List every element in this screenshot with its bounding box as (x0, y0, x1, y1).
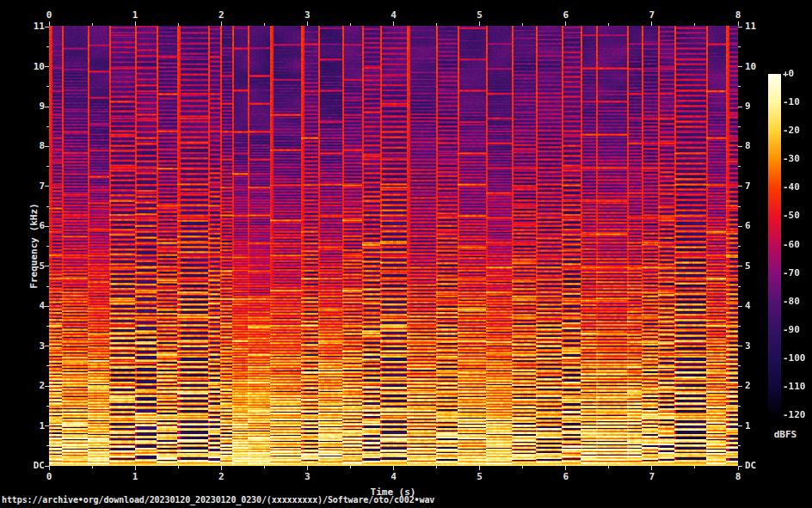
freq-tick-label-left: 5 (19, 261, 45, 272)
freq-tick-left (45, 146, 49, 147)
freq-minortick-left (46, 326, 49, 327)
colorbar-tick-label: -50 (783, 211, 812, 221)
time-minortick-bottom (522, 466, 523, 468)
freq-tick-label-right: 4 (745, 301, 771, 311)
time-minortick-top (436, 23, 437, 26)
y-axis-title: Frequency (kHz) (28, 203, 40, 288)
freq-tick-left (45, 107, 49, 107)
colorbar-title: dBFS (767, 429, 803, 440)
freq-minortick-left (46, 246, 49, 247)
time-tick-label-bottom: 1 (122, 472, 148, 482)
freq-tick-label-left: 10 (19, 62, 45, 72)
freq-minortick-left (46, 166, 49, 167)
freq-tick-right (738, 425, 742, 426)
freq-tick-label-right: 5 (745, 261, 771, 272)
freq-minortick-right (738, 206, 741, 207)
time-tick-bottom (393, 466, 394, 470)
time-tick-bottom (565, 466, 566, 470)
time-tick-label-bottom: 7 (639, 472, 665, 482)
spectrogram-heatmap (49, 26, 738, 466)
time-minortick-bottom (92, 466, 93, 468)
time-tick-top (479, 21, 480, 26)
freq-tick-label-left: 4 (19, 301, 45, 311)
freq-minortick-left (46, 406, 49, 407)
freq-tick-right (738, 27, 742, 28)
colorbar-tick-label: +0 (783, 69, 812, 79)
colorbar (768, 74, 781, 415)
time-tick-label-top: 3 (294, 10, 320, 21)
freq-tick-label-left: DC (19, 461, 45, 471)
time-tick-bottom (221, 466, 222, 470)
colorbar-tick-label: -70 (783, 268, 812, 278)
time-minortick-top (92, 23, 93, 26)
freq-tick-label-right: 11 (745, 21, 771, 32)
time-tick-bottom (738, 466, 739, 470)
time-minortick-top (694, 23, 695, 26)
colorbar-tick-label: -120 (783, 410, 812, 420)
freq-minortick-left (46, 286, 49, 287)
time-minortick-bottom (350, 466, 351, 468)
freq-tick-left (45, 266, 49, 266)
time-minortick-bottom (694, 466, 695, 468)
freq-tick-left (45, 346, 49, 346)
freq-tick-label-right: 2 (745, 381, 771, 391)
freq-minortick-right (738, 246, 741, 247)
time-tick-label-top: 6 (553, 10, 579, 21)
freq-minortick-left (46, 86, 49, 87)
freq-minortick-right (738, 166, 741, 167)
time-minortick-bottom (264, 466, 265, 468)
freq-tick-label-left: 2 (19, 381, 45, 391)
freq-tick-label-right: 8 (745, 141, 771, 151)
freq-tick-label-left: 1 (19, 421, 45, 431)
time-tick-top (221, 21, 222, 26)
freq-tick-left (45, 66, 49, 67)
time-tick-bottom (49, 466, 50, 470)
time-tick-bottom (479, 466, 480, 470)
time-tick-label-bottom: 0 (36, 472, 62, 482)
freq-tick-right (738, 66, 742, 67)
time-tick-label-top: 7 (639, 10, 665, 21)
time-tick-bottom (651, 466, 652, 470)
freq-tick-label-right: 1 (745, 421, 771, 431)
freq-tick-left (45, 186, 49, 187)
time-tick-bottom (307, 466, 308, 470)
freq-minortick-left (46, 365, 49, 366)
freq-minortick-right (738, 406, 741, 407)
time-tick-label-top: 1 (122, 10, 148, 21)
freq-tick-label-right: 3 (745, 341, 771, 352)
freq-minortick-right (738, 46, 741, 47)
freq-tick-right (738, 466, 742, 467)
colorbar-tick-label: -40 (783, 182, 812, 193)
colorbar-tick-label: -20 (783, 125, 812, 136)
freq-tick-left (45, 425, 49, 426)
source-url: https://archive•org/download/20230120_20… (2, 495, 434, 505)
time-tick-label-bottom: 3 (294, 472, 320, 482)
freq-tick-right (738, 346, 742, 346)
freq-minortick-left (46, 46, 49, 47)
freq-tick-left (45, 386, 49, 387)
freq-tick-label-left: 9 (19, 101, 45, 112)
freq-minortick-right (738, 326, 741, 327)
colorbar-tick-label: -90 (783, 325, 812, 335)
time-tick-top (307, 21, 308, 26)
freq-tick-right (738, 386, 742, 387)
freq-minortick-right (738, 365, 741, 366)
freq-tick-left (45, 306, 49, 307)
freq-tick-right (738, 146, 742, 147)
time-tick-label-top: 5 (467, 10, 493, 21)
freq-tick-label-right: 10 (745, 62, 771, 72)
time-minortick-top (264, 23, 265, 26)
time-tick-label-top: 8 (725, 10, 751, 21)
freq-minortick-right (738, 126, 741, 127)
colorbar-tick-label: -30 (783, 154, 812, 164)
freq-tick-right (738, 226, 742, 227)
freq-tick-label-left: 3 (19, 341, 45, 352)
time-tick-bottom (135, 466, 136, 470)
time-tick-top (393, 21, 394, 26)
freq-tick-label-left: 11 (19, 21, 45, 32)
colorbar-tick-label: -100 (783, 353, 812, 364)
colorbar-tick-label: -80 (783, 297, 812, 307)
time-tick-label-top: 4 (381, 10, 407, 21)
time-minortick-top (350, 23, 351, 26)
freq-tick-label-right: 9 (745, 101, 771, 112)
